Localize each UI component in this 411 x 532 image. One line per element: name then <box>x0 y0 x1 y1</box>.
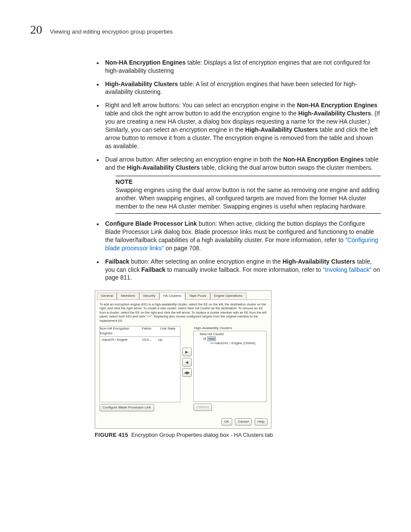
text: to manually invoke failback. For more in… <box>165 266 323 273</box>
term: High-Availability Clusters <box>127 164 200 171</box>
arrow-swap-button[interactable]: ◀▶ <box>182 368 192 377</box>
tree-item-cluster[interactable]: ⊟ new <box>196 337 265 342</box>
list-item: Configure Blade Processor Link button: W… <box>95 220 381 252</box>
figure-text: Encryption Group Properties dialog box -… <box>131 432 273 438</box>
ha-clusters-label: High-Availability Clusters <box>193 326 267 331</box>
tab-strip: General Members Security HA Clusters Tap… <box>97 292 269 300</box>
tab-general[interactable]: General <box>97 292 117 300</box>
dialog-encryption-group-properties: General Members Security HA Clusters Tap… <box>95 290 271 428</box>
tab-members[interactable]: Members <box>117 292 139 300</box>
term: Failback <box>105 258 129 265</box>
list-item: Non-HA Encryption Engines table: Display… <box>95 59 381 75</box>
list-item: High-Availability Clusters table: A list… <box>95 80 381 96</box>
term: High-Availability Clusters <box>298 110 371 117</box>
tree-item-engine[interactable]: ⊶ mace241 / Engine (Online) <box>196 341 265 346</box>
dialog-instructions: To add an encryption engine (EE) to a hi… <box>100 302 267 323</box>
term: Non-HA Encryption Engines <box>283 156 364 163</box>
list-item: Right and left arrow buttons: You can se… <box>95 101 381 150</box>
figure-label: FIGURE 415 <box>95 432 128 438</box>
list-item: Dual arrow button: After selecting an en… <box>95 156 381 214</box>
cell-link-state: Up <box>158 338 178 342</box>
tab-ha-clusters[interactable]: HA Clusters <box>159 292 185 300</box>
term: Non-HA Encryption Engines <box>297 102 377 109</box>
term: Configure Blade Processor Link <box>105 220 197 227</box>
col-header: Link State <box>160 327 180 336</box>
configure-blade-processor-link-button[interactable]: Configure Blade Processor Link <box>100 404 154 411</box>
note-label: NOTE <box>115 178 381 186</box>
term: Failback <box>141 266 165 273</box>
text: table, clicking the dual arrow button sw… <box>200 164 373 171</box>
text: table and click the right arrow button t… <box>105 110 298 117</box>
note-block: NOTE Swapping engines using the dual arr… <box>115 176 381 214</box>
note-text: Swapping engines using the dual arrow bu… <box>115 186 381 211</box>
tree-item-label: new <box>207 336 216 341</box>
link-invoking-failback[interactable]: "Invoking failback" <box>323 266 371 273</box>
ok-button[interactable]: OK <box>221 418 233 426</box>
body-content: Non-HA Encryption Engines table: Display… <box>95 59 381 439</box>
cancel-button[interactable]: Cancel <box>235 418 252 426</box>
figure-caption: FIGURE 415 Encryption Group Properties d… <box>95 431 381 439</box>
text: button: After selecting an online encryp… <box>129 258 283 265</box>
term: Non-HA Encryption Engines <box>105 59 186 66</box>
chapter-number: 20 <box>30 22 42 38</box>
tree-item-new-ha-cluster[interactable]: New HA Cluster <box>196 332 265 337</box>
non-ha-engines-list[interactable]: Non-HA Encryption Engines Fabric Link St… <box>100 326 181 402</box>
term: High-Availability Clusters <box>283 258 355 265</box>
help-button[interactable]: Help <box>255 418 268 426</box>
arrow-right-button[interactable]: ▶ <box>182 348 192 356</box>
arrow-left-button[interactable]: ◀ <box>182 358 192 367</box>
col-header: Fabric <box>142 327 158 336</box>
failback-button[interactable]: Failback <box>193 404 212 411</box>
tab-tape-pools[interactable]: Tape Pools <box>185 292 210 300</box>
text: on page 708. <box>164 245 201 252</box>
page-header: 20 Viewing and editing encryption group … <box>30 22 381 38</box>
tab-security[interactable]: Security <box>139 292 159 300</box>
bullet-list: Non-HA Encryption Engines table: Display… <box>95 59 381 282</box>
chapter-title: Viewing and editing encryption group pro… <box>50 28 173 36</box>
col-header: Non-HA Encryption Engines <box>100 327 139 336</box>
cell-engine[interactable]: mace25 / Engine <box>102 338 142 342</box>
ha-clusters-tree[interactable]: New HA Cluster ⊟ new ⊶ mace241 / Engine … <box>193 331 267 402</box>
text: Right and left arrow buttons: You can se… <box>105 102 297 109</box>
cell-fabric: 10:0... <box>142 338 158 342</box>
tree-item-label: mace241 / Engine (Online) <box>215 341 255 345</box>
term: High-Availability Clusters <box>105 81 178 87</box>
tab-engine-operations[interactable]: Engine Operations <box>210 292 246 300</box>
text: Dual arrow button: After selecting an en… <box>105 156 283 163</box>
list-item: Failback button: After selecting an onli… <box>95 258 381 282</box>
term: High-Availability Clusters <box>245 126 318 133</box>
